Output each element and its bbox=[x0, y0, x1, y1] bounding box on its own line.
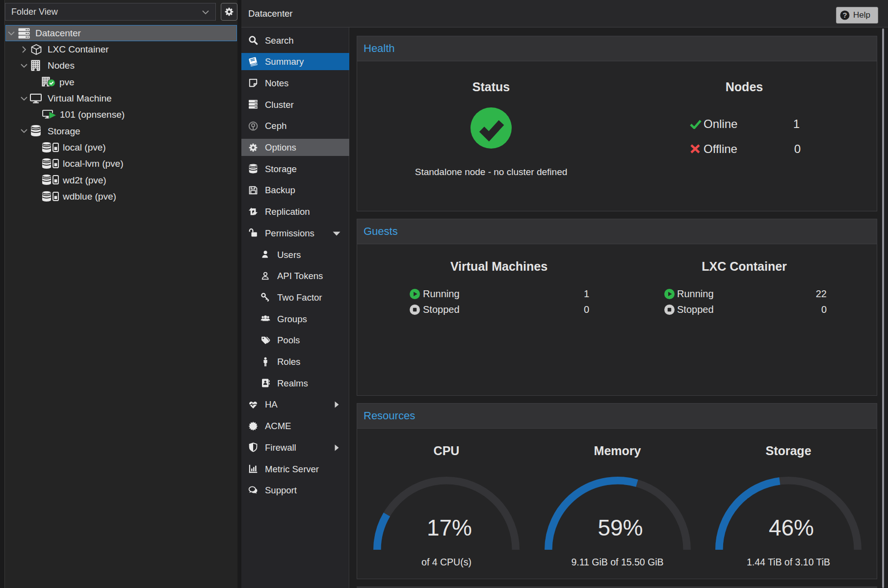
svg-text:?: ? bbox=[842, 11, 847, 19]
